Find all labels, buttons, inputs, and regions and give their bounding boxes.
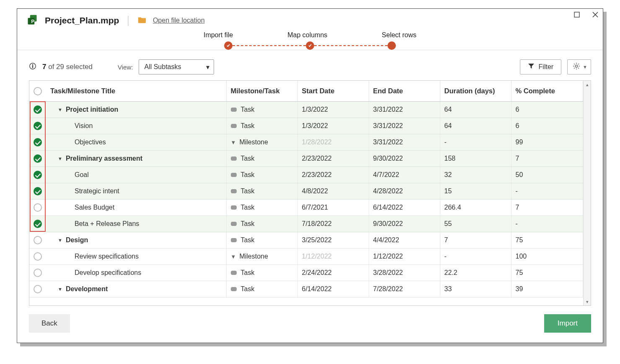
task-title: Develop specifications <box>75 269 141 277</box>
import-dialog: P Project_Plan.mpp │ Open file location … <box>17 8 603 343</box>
complete-cell: 75 <box>511 232 583 248</box>
end-date-cell: 4/4/2022 <box>369 232 440 248</box>
file-name: Project_Plan.mpp <box>45 15 119 26</box>
task-title: Project initiation <box>66 106 118 113</box>
column-header-end[interactable]: End Date <box>369 81 440 101</box>
task-title: Goal <box>75 171 89 179</box>
duration-cell: 55 <box>440 215 511 232</box>
column-header-duration[interactable]: Duration (days) <box>440 81 511 101</box>
task-title: Beta + Release Plans <box>75 220 139 228</box>
table-row[interactable]: Review specifications▼Milestone1/12/2022… <box>29 248 583 264</box>
type-label: Task <box>241 187 255 195</box>
row-checkbox[interactable] <box>34 138 42 146</box>
column-header-title[interactable]: Task/Milestone Title <box>46 81 226 101</box>
row-checkbox[interactable] <box>34 252 42 261</box>
table-row[interactable]: Sales BudgetTask6/7/20216/14/2022266.47 <box>29 199 583 215</box>
gear-icon <box>573 62 580 72</box>
table-row[interactable]: VisionTask1/3/20223/31/2022646 <box>29 118 583 134</box>
task-title: Sales Budget <box>75 204 114 211</box>
svg-point-7 <box>575 65 577 67</box>
type-label: Task <box>241 106 255 113</box>
window-close-button[interactable] <box>592 11 599 20</box>
step-label-2: Select rows <box>382 31 416 39</box>
row-checkbox[interactable] <box>34 171 42 179</box>
table-row[interactable]: ▼Project initiationTask1/3/20223/31/2022… <box>29 101 583 118</box>
row-checkbox[interactable] <box>34 187 42 195</box>
svg-line-13 <box>578 68 579 69</box>
settings-button[interactable]: ▼ <box>567 59 591 74</box>
end-date-cell: 7/28/2022 <box>369 281 440 297</box>
vertical-scrollbar[interactable]: ▴ ▾ <box>583 81 591 305</box>
table-row[interactable]: Beta + Release PlansTask7/18/20229/30/20… <box>29 215 583 232</box>
open-file-location-link[interactable]: Open file location <box>153 17 205 24</box>
task-title: Development <box>66 285 108 293</box>
step-dot-1[interactable] <box>306 41 314 50</box>
duration-cell: 33 <box>440 281 511 297</box>
svg-point-5 <box>32 64 33 65</box>
type-label: Task <box>241 236 255 244</box>
start-date-cell: 1/12/2022 <box>297 248 369 264</box>
import-button-label: Import <box>558 319 578 328</box>
row-checkbox[interactable] <box>34 105 42 114</box>
row-checkbox[interactable] <box>34 269 42 277</box>
expand-toggle-icon[interactable]: ▼ <box>58 287 62 292</box>
end-date-cell: 1/12/2022 <box>369 248 440 264</box>
back-button[interactable]: Back <box>29 314 70 333</box>
row-checkbox[interactable] <box>34 236 42 244</box>
task-icon <box>231 124 237 128</box>
complete-cell: 99 <box>511 134 583 150</box>
table-row[interactable]: ▼DevelopmentTask6/14/20227/28/20223339 <box>29 281 583 297</box>
import-button[interactable]: Import <box>544 314 591 333</box>
milestone-icon: ▼ <box>231 254 236 260</box>
view-select[interactable]: All Subtasks ▾ <box>139 59 214 74</box>
filter-button[interactable]: Filter <box>520 59 562 74</box>
window-maximize-button[interactable] <box>574 11 580 20</box>
start-date-cell: 6/14/2022 <box>297 281 369 297</box>
step-dot-2[interactable] <box>388 41 396 50</box>
filter-button-label: Filter <box>539 63 554 71</box>
end-date-cell: 6/14/2022 <box>369 199 440 215</box>
table-row[interactable]: Develop specificationsTask2/24/20223/28/… <box>29 264 583 281</box>
duration-cell: 7 <box>440 232 511 248</box>
svg-rect-6 <box>32 66 33 68</box>
task-title: Objectives <box>75 138 106 146</box>
complete-cell: - <box>511 183 583 199</box>
column-header-type[interactable]: Milestone/Task <box>226 81 297 101</box>
step-dot-0[interactable] <box>224 41 232 50</box>
table-row[interactable]: ▼DesignTask3/25/20224/4/2022775 <box>29 232 583 248</box>
step-connector <box>232 45 306 46</box>
row-checkbox[interactable] <box>34 220 42 228</box>
scroll-down-icon[interactable]: ▾ <box>584 298 591 305</box>
row-checkbox[interactable] <box>34 154 42 163</box>
duration-cell: 15 <box>440 183 511 199</box>
complete-cell: 75 <box>511 264 583 281</box>
task-icon <box>231 238 237 242</box>
task-title: Preliminary assessment <box>66 155 142 162</box>
step-connector <box>314 45 388 46</box>
select-all-checkbox[interactable] <box>34 87 42 95</box>
tasks-table: Task/Milestone Title Milestone/Task Star… <box>29 80 591 306</box>
task-title: Review specifications <box>75 253 139 260</box>
task-icon <box>231 189 237 193</box>
expand-toggle-icon[interactable]: ▼ <box>58 238 62 243</box>
scroll-up-icon[interactable]: ▴ <box>584 81 591 88</box>
expand-toggle-icon[interactable]: ▼ <box>58 107 62 112</box>
row-checkbox[interactable] <box>34 203 42 212</box>
duration-cell: 32 <box>440 167 511 183</box>
row-checkbox[interactable] <box>34 285 42 293</box>
duration-cell: 64 <box>440 101 511 118</box>
chevron-down-icon: ▾ <box>206 63 209 71</box>
table-row[interactable]: Objectives▼Milestone1/28/20223/31/2022-9… <box>29 134 583 150</box>
column-header-start[interactable]: Start Date <box>297 81 369 101</box>
table-row[interactable]: Strategic intentTask4/8/20224/28/202215- <box>29 183 583 199</box>
table-row[interactable]: ▼Preliminary assessmentTask2/23/20229/30… <box>29 150 583 167</box>
column-header-select[interactable] <box>29 81 46 101</box>
step-label-0: Import file <box>204 31 233 39</box>
column-header-complete[interactable]: % Complete <box>511 81 583 101</box>
duration-cell: 266.4 <box>440 199 511 215</box>
start-date-cell: 4/8/2022 <box>297 183 369 199</box>
duration-cell: 22.2 <box>440 264 511 281</box>
expand-toggle-icon[interactable]: ▼ <box>58 156 62 161</box>
table-row[interactable]: GoalTask2/23/20224/7/20223250 <box>29 167 583 183</box>
row-checkbox[interactable] <box>34 122 42 130</box>
